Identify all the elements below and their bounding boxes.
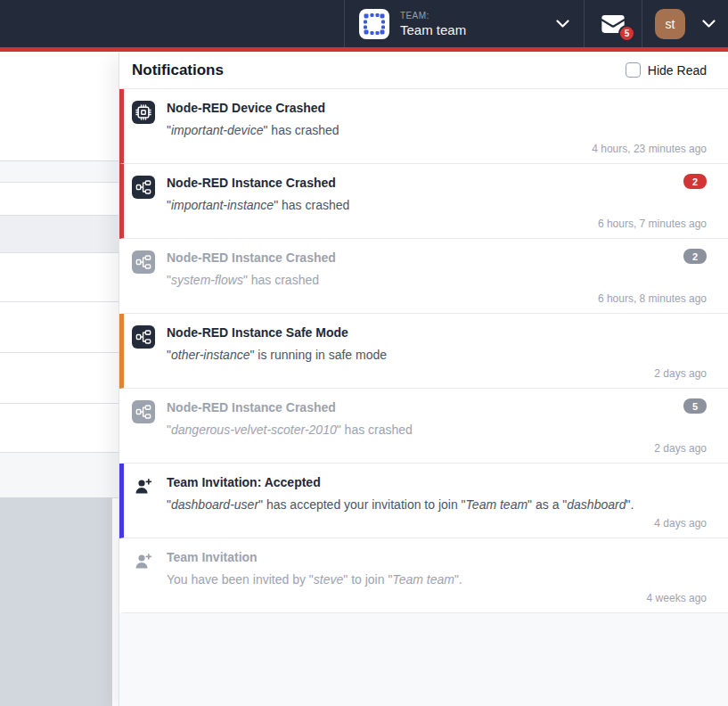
- notification-title: Node-RED Instance Crashed: [167, 249, 336, 266]
- team-name: Team team: [400, 22, 556, 37]
- notification-title: Team Invitation: [167, 548, 462, 565]
- notification-main: Team Invitation You have been invited by…: [132, 548, 707, 587]
- notification-timestamp: 2 days ago: [132, 367, 707, 380]
- team-selector[interactable]: TEAM: Team team: [344, 0, 584, 47]
- notification-title: Team Invitation: Accepted: [167, 473, 634, 490]
- notification-count-badge: 2: [683, 249, 707, 264]
- chevron-down-icon: [702, 20, 716, 29]
- notification-body: "dashboard-user" has accepted your invit…: [167, 497, 634, 513]
- row-divider: [0, 352, 119, 353]
- chevron-down-icon: [556, 20, 569, 29]
- notification-main: Node-RED Instance Crashed "dangerous-vel…: [132, 398, 707, 438]
- notification-body: "important-instance" has crashed: [167, 197, 349, 213]
- instance-icon: [132, 325, 155, 349]
- instance-icon: [132, 176, 155, 199]
- team-text: TEAM: Team team: [400, 11, 556, 37]
- notification-timestamp: 4 days ago: [132, 517, 707, 530]
- brand-accent-line: [0, 47, 728, 52]
- notification-main: Node-RED Instance Crashed "important-ins…: [132, 174, 707, 213]
- notifications-button[interactable]: 5: [584, 0, 642, 47]
- instance-icon: [132, 400, 155, 423]
- notification-main: Node-RED Device Crashed "important-devic…: [132, 99, 707, 138]
- row-divider: [0, 301, 119, 302]
- notification-main: Team Invitation: Accepted "dashboard-use…: [132, 473, 707, 513]
- notification-title: Node-RED Device Crashed: [167, 99, 339, 116]
- user-add-icon: [132, 475, 155, 498]
- notifications-panel: Notifications Hide Read Node-RED Device …: [119, 52, 728, 706]
- notification-timestamp: 4 weeks ago: [132, 592, 707, 604]
- notification-count-badge: 2: [683, 174, 707, 189]
- background-row: [0, 160, 119, 182]
- notification-body: "dangerous-velvet-scoter-2010" has crash…: [167, 422, 413, 438]
- row-divider: [0, 215, 119, 216]
- mail-icon: 5: [601, 14, 626, 34]
- chip-icon: [132, 101, 155, 124]
- notification-timestamp: 6 hours, 7 minutes ago: [132, 218, 707, 230]
- notification-item[interactable]: Node-RED Instance Safe Mode "other-insta…: [119, 314, 728, 389]
- user-menu[interactable]: st: [642, 0, 728, 47]
- row-divider: [0, 182, 119, 183]
- notification-timestamp: 2 days ago: [132, 442, 707, 455]
- notification-item[interactable]: Node-RED Instance Crashed "system-flows"…: [119, 239, 728, 314]
- notification-item[interactable]: Node-RED Instance Crashed "dangerous-vel…: [119, 389, 728, 464]
- row-divider: [0, 403, 119, 404]
- top-navbar: TEAM: Team team 5 st: [0, 0, 728, 47]
- notification-main: Node-RED Instance Safe Mode "other-insta…: [132, 324, 707, 363]
- notification-title: Node-RED Instance Crashed: [167, 174, 349, 191]
- team-avatar-icon: [359, 9, 389, 39]
- notification-item[interactable]: Node-RED Instance Crashed "important-ins…: [119, 164, 728, 239]
- instance-icon: [132, 250, 155, 274]
- hide-read-toggle[interactable]: Hide Read: [626, 62, 707, 78]
- background-row: [0, 452, 119, 497]
- notification-item[interactable]: Team Invitation: Accepted "dashboard-use…: [119, 464, 728, 538]
- notification-timestamp: 6 hours, 8 minutes ago: [132, 292, 707, 305]
- notification-title: Node-RED Instance Safe Mode: [167, 324, 387, 341]
- hide-read-label: Hide Read: [648, 63, 707, 78]
- user-avatar: st: [655, 9, 685, 39]
- notification-title: Node-RED Instance Crashed: [167, 398, 413, 415]
- panel-title: Notifications: [132, 62, 224, 79]
- user-add-icon: [132, 550, 155, 573]
- notification-body: You have been invited by "steve" to join…: [167, 571, 462, 587]
- background-panel: [0, 497, 112, 706]
- notification-body: "system-flows" has crashed: [167, 272, 336, 288]
- notification-timestamp: 4 hours, 23 minutes ago: [132, 143, 707, 155]
- notifications-header: Notifications Hide Read: [119, 52, 728, 89]
- notification-item[interactable]: Team Invitation You have been invited by…: [119, 538, 728, 613]
- notification-main: Node-RED Instance Crashed "system-flows"…: [132, 249, 707, 288]
- notifications-count-badge: 5: [618, 25, 635, 42]
- row-divider: [0, 452, 119, 453]
- notifications-list: Node-RED Device Crashed "important-devic…: [119, 89, 728, 613]
- row-divider: [0, 160, 119, 161]
- notification-count-badge: 5: [683, 398, 707, 414]
- navbar-spacer: [0, 0, 344, 47]
- background-row-selected: [0, 215, 119, 252]
- row-divider: [0, 252, 119, 253]
- team-label: TEAM:: [400, 11, 556, 21]
- hide-read-checkbox[interactable]: [626, 62, 641, 78]
- notification-item[interactable]: Node-RED Device Crashed "important-devic…: [119, 89, 728, 164]
- notification-body: "other-instance" is running in safe mode: [167, 347, 387, 363]
- notification-body: "important-device" has crashed: [167, 122, 339, 138]
